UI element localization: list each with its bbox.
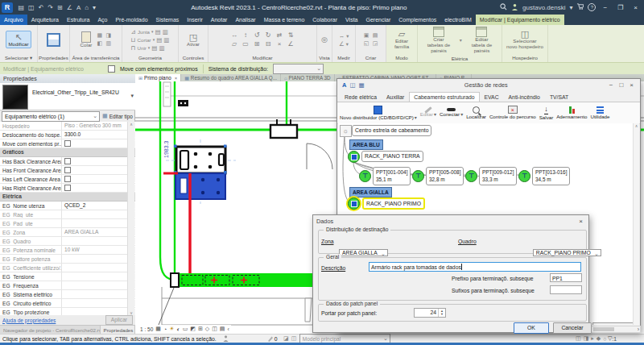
panel-label[interactable]: Vista: [317, 54, 332, 62]
rack-primo-label[interactable]: RACK_PIANO PRIMO: [362, 197, 425, 210]
property-value[interactable]: [61, 272, 128, 281]
ppt-node-ppt-005-008[interactable]: PPT[005-008]32,8 m: [426, 167, 464, 185]
rack-terra-label[interactable]: RACK_PIANO TERRA: [361, 151, 423, 162]
distribution-system-select[interactable]: [273, 64, 324, 74]
array-icon[interactable]: ⊞: [251, 39, 262, 48]
checkbox[interactable]: [64, 185, 71, 191]
scale-button[interactable]: 1 : 50: [140, 326, 153, 332]
ribbon-tab-arquivo[interactable]: Arquivo: [0, 15, 27, 25]
panel-label[interactable]: Medir: [332, 54, 355, 62]
extend-icon[interactable]: ▭: [240, 39, 251, 48]
gestao-tab-anti-inc-ndio[interactable]: Anti-incêndio: [504, 92, 545, 102]
ribbon-tab-analisar[interactable]: Analisar: [231, 15, 259, 25]
panel-label[interactable]: Geometria: [122, 54, 178, 62]
match-type-icon[interactable]: ▦: [95, 31, 104, 39]
rack-node-icon[interactable]: [348, 151, 360, 163]
door-symbol[interactable]: [307, 143, 332, 169]
gestao-vertical-scrollbar[interactable]: ∧: [633, 123, 639, 325]
similar-icon[interactable]: ▣: [362, 31, 371, 39]
gestao-tab-cabeamento-estruturado[interactable]: Cabeamento estruturado: [409, 92, 479, 102]
ppt-node-ppt-001-004[interactable]: PPT[001-004]35,1 m: [373, 167, 411, 185]
design-options-icon[interactable]: ◨: [582, 335, 590, 342]
revit-logo-icon[interactable]: R: [2, 2, 13, 13]
move-icon[interactable]: ↕: [240, 31, 251, 39]
checkbox[interactable]: [64, 167, 71, 173]
checkbox[interactable]: [64, 140, 71, 147]
dados-title-bar[interactable]: Dados ×: [313, 215, 588, 227]
crop-visible-icon[interactable]: ◩: [190, 326, 196, 332]
close-view-icon[interactable]: ×: [175, 76, 178, 81]
room-tag[interactable]: [163, 82, 171, 106]
property-row-eg-frequenza[interactable]: EG_Frequenza: [0, 281, 135, 290]
category-filter-select[interactable]: Equipamento elétrico (1): [2, 111, 100, 122]
dropdown-chevron-icon[interactable]: ▾: [460, 112, 463, 118]
view-tab-resumo-do-quadro-area-gialla-q[interactable]: ▦Resumo do quadro AREA GIALLA Q...: [181, 74, 281, 81]
edit-type-button[interactable]: ▦Editar tipo: [101, 112, 134, 120]
font-icon[interactable]: A: [341, 81, 348, 89]
type-preview[interactable]: Electrical_Other_Tripp_Lite_SR42U ▾: [0, 83, 135, 110]
edit-family-button[interactable]: ▱Editarfamília: [393, 28, 411, 51]
dropdown-chevron-icon[interactable]: ▾: [434, 112, 436, 118]
legend-icon[interactable]: ▤: [371, 31, 380, 39]
conectar-button[interactable]: Conectar▾: [440, 108, 463, 118]
properties-button[interactable]: [45, 32, 62, 48]
temp-view-icon[interactable]: ▤: [220, 326, 225, 332]
property-row-eg-nome-utenza[interactable]: EG_Nome utenzaQCED_2: [0, 202, 135, 210]
paste-opts-icon[interactable]: ▥: [104, 39, 113, 48]
zone-label-gialla[interactable]: AREA GIALLA: [349, 187, 392, 197]
ribbon-tab-gerenciar[interactable]: Gerenciar: [361, 15, 394, 25]
property-row-has-back-clearance-area[interactable]: Has Back Clearance Area: [0, 157, 135, 166]
gestao-tab-rede-el-trica[interactable]: Rede elétrica: [340, 92, 382, 102]
utilidade-button[interactable]: Utilidade: [590, 106, 609, 120]
dimension-label[interactable]: 1983.3: [163, 140, 169, 158]
rack-symbol-selected[interactable]: [175, 173, 225, 199]
open-icon[interactable]: ▤: [16, 4, 27, 11]
view-tab-piano-terra-3d[interactable]: ⌂PIANO TERRA 3D: [281, 74, 335, 81]
property-value[interactable]: [61, 166, 128, 174]
dropdown-chevron-icon[interactable]: ▾: [460, 37, 462, 43]
detail-level-icon[interactable]: ▦: [155, 326, 161, 332]
delete-icon[interactable]: ×: [274, 39, 285, 48]
geometry-tool-cortar[interactable]: ⊔Cortar▾▤▥: [131, 36, 170, 44]
property-row-hospedeiro[interactable]: HospedeiroPiso : Generico 300 mm: [0, 122, 135, 131]
create-panel-schedules-button[interactable]: Criartabelas de painéis: [419, 26, 458, 54]
modify-tool-button[interactable]: ↖Modificar: [6, 31, 31, 49]
help-icon[interactable]: ?: [588, 3, 596, 11]
gestao-minimize-button[interactable]: −: [606, 81, 617, 89]
apply-button[interactable]: Aplicar: [105, 315, 133, 325]
property-value[interactable]: [61, 157, 128, 165]
pin-icon[interactable]: ∠: [285, 39, 296, 48]
property-value[interactable]: [61, 219, 128, 227]
property-value[interactable]: 3300.0: [61, 131, 128, 139]
sun-path-icon[interactable]: ☀: [169, 326, 174, 332]
cancel-button[interactable]: Cancelar: [553, 322, 592, 334]
property-row-eg-circuito-elettrico[interactable]: EG_Circuito elettrico: [0, 299, 135, 308]
ribbon-tab-electrobim[interactable]: electroBIM: [440, 15, 475, 25]
property-value[interactable]: [61, 308, 128, 315]
gestao-horizontal-scrollbar[interactable]: ›: [591, 326, 641, 333]
zona-select[interactable]: AREA GIALLA: [339, 249, 388, 256]
panel-label[interactable]: Área de transferência: [70, 54, 122, 62]
window-icon[interactable]: ◫: [348, 81, 357, 89]
rack-node-icon-selected[interactable]: [348, 197, 360, 210]
home-icon[interactable]: ⌂: [83, 4, 91, 11]
ribbon-tab-anotar[interactable]: Anotar: [207, 15, 232, 25]
localizar-button[interactable]: Localizar: [466, 106, 486, 120]
property-row-eg-pad-ute[interactable]: EG_Pad_ute: [0, 219, 135, 228]
property-row-has-right-clearance-area[interactable]: Has Right Clearance Area: [0, 184, 135, 193]
text-icon[interactable]: A: [74, 4, 82, 11]
property-row-eg-fattore-potenza[interactable]: EG_Fattore potenza: [0, 255, 135, 264]
ok-button[interactable]: OK: [514, 322, 549, 334]
property-grid-scrollbar[interactable]: ∧∨: [127, 122, 134, 315]
gestao-tab-evac[interactable]: EVAC: [480, 92, 504, 102]
worksharing-display-icon[interactable]: ◫: [212, 326, 217, 332]
panel-label[interactable]: Selecionar ▾: [0, 54, 37, 62]
suffix-input[interactable]: [550, 285, 582, 294]
property-row-eg-potenza-nominale[interactable]: EG_Potenza nominale10 kW: [0, 246, 135, 255]
panel-label[interactable]: Criar: [356, 54, 386, 62]
panel-label[interactable]: Elétrica: [418, 55, 502, 62]
adensamento-button[interactable]: Adensamento: [556, 106, 587, 120]
checkbox[interactable]: [64, 158, 71, 164]
customize-qat-icon[interactable]: ▾: [91, 4, 98, 11]
property-row-eg-tipo-protezione[interactable]: EG_Tipo protezione: [0, 308, 135, 315]
